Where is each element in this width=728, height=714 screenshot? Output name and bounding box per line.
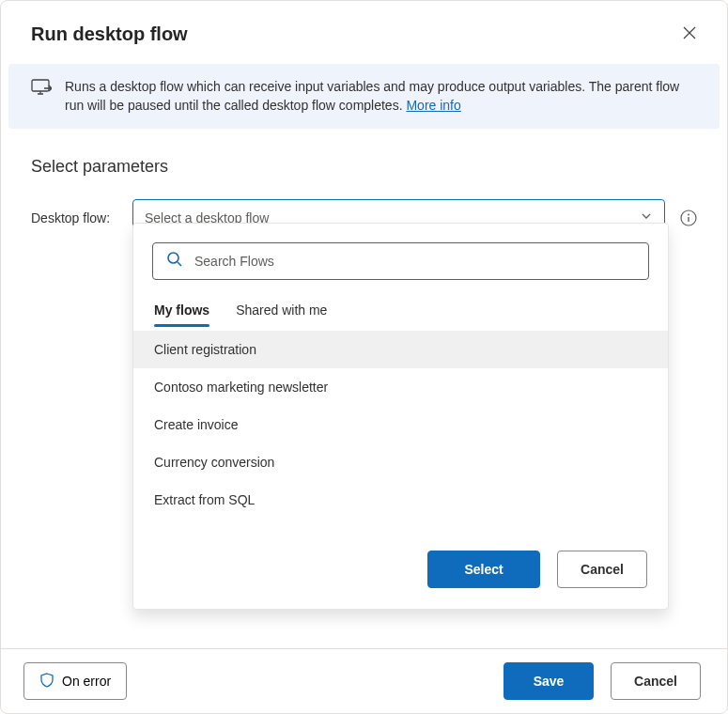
svg-point-3	[168, 253, 178, 263]
dialog-body: Select parameters Desktop flow: Select a…	[1, 129, 727, 648]
tab-shared-with-me[interactable]: Shared with me	[236, 297, 327, 327]
popup-footer: Select Cancel	[133, 519, 668, 609]
svg-point-2	[688, 213, 689, 215]
flow-list: Client registration Contoso marketing ne…	[133, 331, 668, 519]
tabs: My flows Shared with me	[152, 297, 649, 327]
flow-item[interactable]: Client registration	[133, 331, 668, 368]
on-error-label: On error	[62, 674, 111, 689]
close-icon	[682, 25, 697, 43]
dialog-header: Run desktop flow	[1, 1, 727, 64]
dialog-footer: On error Save Cancel	[1, 648, 727, 713]
footer-right: Save Cancel	[503, 662, 701, 700]
section-title: Select parameters	[31, 157, 697, 177]
flow-item[interactable]: Contoso marketing newsletter	[133, 368, 668, 406]
close-button[interactable]	[678, 22, 701, 47]
search-box[interactable]	[152, 242, 649, 280]
select-button[interactable]: Select	[427, 551, 540, 588]
run-desktop-flow-dialog: Run desktop flow Runs a desktop flow whi…	[0, 0, 728, 714]
more-info-link[interactable]: More info	[406, 98, 460, 113]
tab-my-flows[interactable]: My flows	[154, 297, 209, 327]
info-banner: Runs a desktop flow which can receive in…	[8, 64, 720, 129]
flow-item[interactable]: Extract from SQL	[133, 481, 668, 519]
flow-picker-popup: My flows Shared with me Client registrat…	[132, 223, 669, 610]
svg-rect-0	[32, 80, 49, 91]
on-error-button[interactable]: On error	[23, 662, 127, 700]
cancel-button[interactable]: Cancel	[611, 662, 701, 700]
flow-item[interactable]: Currency conversion	[133, 443, 668, 481]
search-icon	[166, 251, 183, 271]
banner-text: Runs a desktop flow which can receive in…	[65, 77, 701, 116]
flow-item[interactable]: Create invoice	[133, 406, 668, 443]
desktop-flow-label: Desktop flow:	[31, 210, 121, 225]
info-icon[interactable]	[680, 210, 697, 226]
dialog-title: Run desktop flow	[31, 23, 188, 45]
banner-description: Runs a desktop flow which can receive in…	[65, 79, 679, 113]
save-button[interactable]: Save	[503, 662, 594, 700]
popup-cancel-button[interactable]: Cancel	[557, 551, 647, 588]
shield-icon	[39, 673, 54, 691]
search-input[interactable]	[194, 254, 635, 269]
desktop-flow-icon	[31, 79, 52, 99]
